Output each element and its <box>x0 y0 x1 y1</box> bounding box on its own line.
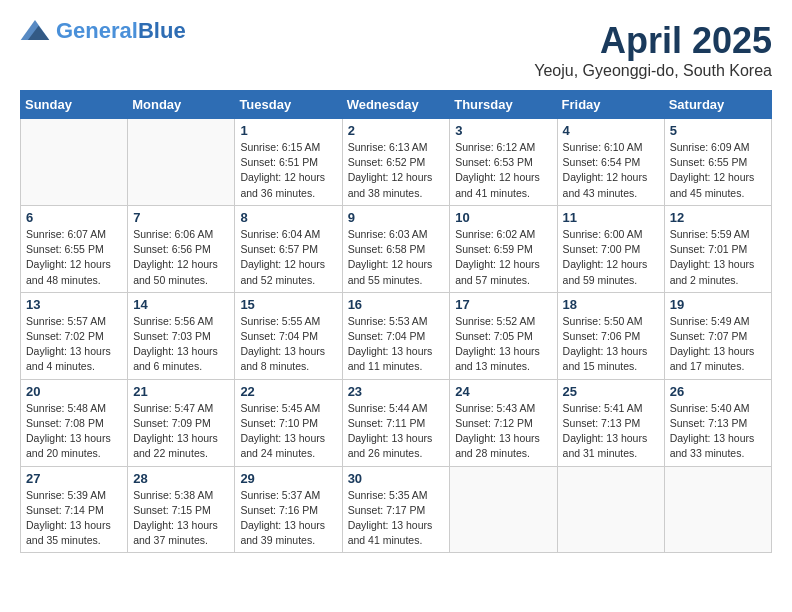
calendar-cell: 14Sunrise: 5:56 AM Sunset: 7:03 PM Dayli… <box>128 292 235 379</box>
location: Yeoju, Gyeonggi-do, South Korea <box>534 62 772 80</box>
day-info: Sunrise: 5:41 AM Sunset: 7:13 PM Dayligh… <box>563 401 659 462</box>
calendar-cell: 8Sunrise: 6:04 AM Sunset: 6:57 PM Daylig… <box>235 205 342 292</box>
logo-text-block: GeneralBlue <box>56 20 186 42</box>
day-info: Sunrise: 6:07 AM Sunset: 6:55 PM Dayligh… <box>26 227 122 288</box>
calendar-cell <box>450 466 557 553</box>
day-number: 15 <box>240 297 336 312</box>
calendar-cell: 3Sunrise: 6:12 AM Sunset: 6:53 PM Daylig… <box>450 119 557 206</box>
calendar-cell: 15Sunrise: 5:55 AM Sunset: 7:04 PM Dayli… <box>235 292 342 379</box>
day-info: Sunrise: 6:04 AM Sunset: 6:57 PM Dayligh… <box>240 227 336 288</box>
day-info: Sunrise: 6:15 AM Sunset: 6:51 PM Dayligh… <box>240 140 336 201</box>
title-block: April 2025 Yeoju, Gyeonggi-do, South Kor… <box>534 20 772 80</box>
day-info: Sunrise: 6:06 AM Sunset: 6:56 PM Dayligh… <box>133 227 229 288</box>
day-info: Sunrise: 5:57 AM Sunset: 7:02 PM Dayligh… <box>26 314 122 375</box>
calendar-cell: 27Sunrise: 5:39 AM Sunset: 7:14 PM Dayli… <box>21 466 128 553</box>
day-number: 4 <box>563 123 659 138</box>
month-title: April 2025 <box>534 20 772 62</box>
calendar-cell: 16Sunrise: 5:53 AM Sunset: 7:04 PM Dayli… <box>342 292 450 379</box>
day-info: Sunrise: 5:38 AM Sunset: 7:15 PM Dayligh… <box>133 488 229 549</box>
weekday-header-monday: Monday <box>128 91 235 119</box>
day-number: 28 <box>133 471 229 486</box>
day-info: Sunrise: 5:43 AM Sunset: 7:12 PM Dayligh… <box>455 401 551 462</box>
logo-blue: Blue <box>138 18 186 43</box>
day-number: 22 <box>240 384 336 399</box>
day-info: Sunrise: 5:40 AM Sunset: 7:13 PM Dayligh… <box>670 401 766 462</box>
calendar-cell: 20Sunrise: 5:48 AM Sunset: 7:08 PM Dayli… <box>21 379 128 466</box>
calendar-cell: 21Sunrise: 5:47 AM Sunset: 7:09 PM Dayli… <box>128 379 235 466</box>
day-info: Sunrise: 5:35 AM Sunset: 7:17 PM Dayligh… <box>348 488 445 549</box>
day-number: 19 <box>670 297 766 312</box>
day-number: 5 <box>670 123 766 138</box>
calendar-cell: 11Sunrise: 6:00 AM Sunset: 7:00 PM Dayli… <box>557 205 664 292</box>
day-number: 20 <box>26 384 122 399</box>
day-info: Sunrise: 5:59 AM Sunset: 7:01 PM Dayligh… <box>670 227 766 288</box>
calendar-cell <box>128 119 235 206</box>
weekday-header-sunday: Sunday <box>21 91 128 119</box>
calendar-week-5: 27Sunrise: 5:39 AM Sunset: 7:14 PM Dayli… <box>21 466 772 553</box>
day-info: Sunrise: 5:45 AM Sunset: 7:10 PM Dayligh… <box>240 401 336 462</box>
day-info: Sunrise: 5:47 AM Sunset: 7:09 PM Dayligh… <box>133 401 229 462</box>
day-info: Sunrise: 5:50 AM Sunset: 7:06 PM Dayligh… <box>563 314 659 375</box>
calendar-cell: 22Sunrise: 5:45 AM Sunset: 7:10 PM Dayli… <box>235 379 342 466</box>
calendar-cell: 4Sunrise: 6:10 AM Sunset: 6:54 PM Daylig… <box>557 119 664 206</box>
calendar-cell <box>21 119 128 206</box>
day-number: 18 <box>563 297 659 312</box>
day-info: Sunrise: 6:10 AM Sunset: 6:54 PM Dayligh… <box>563 140 659 201</box>
day-number: 17 <box>455 297 551 312</box>
calendar-week-4: 20Sunrise: 5:48 AM Sunset: 7:08 PM Dayli… <box>21 379 772 466</box>
calendar-table: SundayMondayTuesdayWednesdayThursdayFrid… <box>20 90 772 553</box>
calendar-cell: 19Sunrise: 5:49 AM Sunset: 7:07 PM Dayli… <box>664 292 771 379</box>
calendar-cell: 7Sunrise: 6:06 AM Sunset: 6:56 PM Daylig… <box>128 205 235 292</box>
day-number: 8 <box>240 210 336 225</box>
day-info: Sunrise: 5:56 AM Sunset: 7:03 PM Dayligh… <box>133 314 229 375</box>
calendar-cell: 2Sunrise: 6:13 AM Sunset: 6:52 PM Daylig… <box>342 119 450 206</box>
day-number: 13 <box>26 297 122 312</box>
day-info: Sunrise: 5:52 AM Sunset: 7:05 PM Dayligh… <box>455 314 551 375</box>
day-number: 23 <box>348 384 445 399</box>
calendar-cell: 18Sunrise: 5:50 AM Sunset: 7:06 PM Dayli… <box>557 292 664 379</box>
day-number: 9 <box>348 210 445 225</box>
weekday-header-saturday: Saturday <box>664 91 771 119</box>
day-number: 16 <box>348 297 445 312</box>
logo: GeneralBlue <box>20 20 186 42</box>
weekday-header-wednesday: Wednesday <box>342 91 450 119</box>
day-number: 29 <box>240 471 336 486</box>
day-number: 30 <box>348 471 445 486</box>
day-number: 2 <box>348 123 445 138</box>
calendar-cell: 29Sunrise: 5:37 AM Sunset: 7:16 PM Dayli… <box>235 466 342 553</box>
calendar-cell <box>557 466 664 553</box>
day-number: 25 <box>563 384 659 399</box>
day-info: Sunrise: 5:44 AM Sunset: 7:11 PM Dayligh… <box>348 401 445 462</box>
day-info: Sunrise: 5:37 AM Sunset: 7:16 PM Dayligh… <box>240 488 336 549</box>
calendar-cell: 1Sunrise: 6:15 AM Sunset: 6:51 PM Daylig… <box>235 119 342 206</box>
logo-icon <box>20 20 50 40</box>
day-number: 11 <box>563 210 659 225</box>
weekday-header-thursday: Thursday <box>450 91 557 119</box>
day-info: Sunrise: 6:03 AM Sunset: 6:58 PM Dayligh… <box>348 227 445 288</box>
calendar-week-2: 6Sunrise: 6:07 AM Sunset: 6:55 PM Daylig… <box>21 205 772 292</box>
day-info: Sunrise: 6:00 AM Sunset: 7:00 PM Dayligh… <box>563 227 659 288</box>
calendar-week-1: 1Sunrise: 6:15 AM Sunset: 6:51 PM Daylig… <box>21 119 772 206</box>
day-info: Sunrise: 5:39 AM Sunset: 7:14 PM Dayligh… <box>26 488 122 549</box>
day-number: 26 <box>670 384 766 399</box>
day-info: Sunrise: 6:12 AM Sunset: 6:53 PM Dayligh… <box>455 140 551 201</box>
calendar-cell <box>664 466 771 553</box>
day-number: 1 <box>240 123 336 138</box>
calendar-cell: 9Sunrise: 6:03 AM Sunset: 6:58 PM Daylig… <box>342 205 450 292</box>
calendar-cell: 10Sunrise: 6:02 AM Sunset: 6:59 PM Dayli… <box>450 205 557 292</box>
day-info: Sunrise: 6:09 AM Sunset: 6:55 PM Dayligh… <box>670 140 766 201</box>
day-number: 14 <box>133 297 229 312</box>
day-number: 3 <box>455 123 551 138</box>
calendar-cell: 25Sunrise: 5:41 AM Sunset: 7:13 PM Dayli… <box>557 379 664 466</box>
day-info: Sunrise: 6:13 AM Sunset: 6:52 PM Dayligh… <box>348 140 445 201</box>
day-info: Sunrise: 5:55 AM Sunset: 7:04 PM Dayligh… <box>240 314 336 375</box>
day-number: 21 <box>133 384 229 399</box>
day-info: Sunrise: 5:49 AM Sunset: 7:07 PM Dayligh… <box>670 314 766 375</box>
logo-name: GeneralBlue <box>56 20 186 42</box>
day-number: 6 <box>26 210 122 225</box>
day-number: 7 <box>133 210 229 225</box>
calendar-cell: 26Sunrise: 5:40 AM Sunset: 7:13 PM Dayli… <box>664 379 771 466</box>
calendar-cell: 13Sunrise: 5:57 AM Sunset: 7:02 PM Dayli… <box>21 292 128 379</box>
calendar-cell: 30Sunrise: 5:35 AM Sunset: 7:17 PM Dayli… <box>342 466 450 553</box>
calendar-cell: 5Sunrise: 6:09 AM Sunset: 6:55 PM Daylig… <box>664 119 771 206</box>
